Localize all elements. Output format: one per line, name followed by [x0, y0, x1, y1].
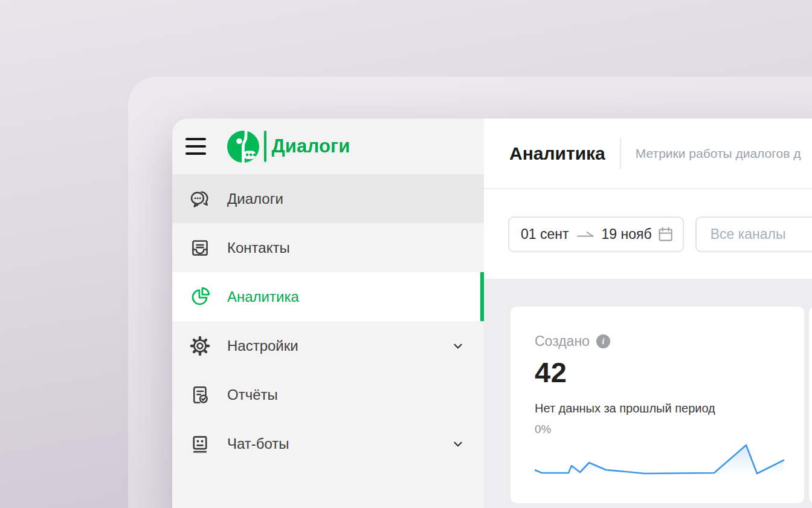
app-window: Диалоги Диалоги: [172, 119, 812, 508]
sidebar-item-contacts[interactable]: Контакты: [172, 223, 484, 272]
filters-bar: 01 сент 19 нояб Все каналы: [484, 189, 812, 279]
active-indicator: [480, 272, 484, 321]
logo-separator: [264, 131, 266, 162]
calendar-icon: [657, 226, 674, 243]
chevron-down-icon[interactable]: [451, 339, 465, 353]
date-end: 19 нояб: [602, 226, 652, 243]
title-divider: [620, 138, 621, 169]
page-subtitle: Метрики работы диалогов д: [636, 146, 801, 161]
chevron-down-icon[interactable]: [451, 437, 465, 451]
app-logo: Диалоги: [227, 131, 350, 163]
sidebar: Диалоги Диалоги: [172, 119, 484, 508]
chatbot-icon: [189, 433, 211, 455]
date-start: 01 сент: [521, 226, 569, 243]
page-header: Аналитика Метрики работы диалогов д: [484, 119, 812, 189]
reports-icon: [189, 384, 211, 406]
settings-gear-icon: [189, 335, 211, 357]
date-range-picker[interactable]: 01 сент 19 нояб: [508, 217, 684, 252]
sidebar-item-label: Отчёты: [227, 386, 278, 403]
sidebar-item-label: Чат-боты: [227, 435, 289, 452]
sidebar-item-chatbots[interactable]: Чат-боты: [172, 419, 484, 468]
sidebar-item-dialogs[interactable]: Диалоги: [172, 174, 484, 223]
channels-selected-value: Все каналы: [710, 226, 786, 243]
hamburger-menu-icon[interactable]: [185, 137, 206, 156]
page-title: Аналитика: [509, 143, 605, 164]
sidebar-header: Диалоги: [172, 119, 484, 174]
metric-label: Создано: [535, 333, 590, 350]
channels-select[interactable]: Все каналы: [695, 217, 812, 252]
megafon-logo-icon: [227, 131, 259, 163]
dashboard-content: Создано i 42 Нет данных за прошлый перио…: [484, 279, 812, 508]
sidebar-item-analytics[interactable]: Аналитика: [172, 272, 484, 321]
sidebar-item-settings[interactable]: Настройки: [172, 321, 484, 370]
contacts-icon: [189, 237, 211, 259]
metric-card-next: [809, 307, 812, 503]
arrow-right-icon: [576, 230, 594, 239]
metric-percent: 0%: [535, 423, 804, 436]
sidebar-item-label: Диалоги: [227, 190, 283, 207]
sidebar-item-label: Настройки: [227, 337, 298, 354]
main-area: Аналитика Метрики работы диалогов д 01 с…: [484, 119, 812, 508]
logo-product-name: Диалоги: [272, 135, 350, 157]
analytics-pie-icon: [189, 286, 211, 308]
sidebar-item-label: Контакты: [227, 239, 290, 256]
metric-card-created: Создано i 42 Нет данных за прошлый перио…: [511, 307, 804, 503]
metric-comparison-note: Нет данных за прошлый период: [535, 402, 804, 415]
sidebar-item-reports[interactable]: Отчёты: [172, 370, 484, 419]
metric-value: 42: [535, 356, 804, 389]
sidebar-item-label: Аналитика: [227, 288, 299, 305]
info-icon[interactable]: i: [596, 334, 610, 348]
dialogs-icon: [189, 188, 211, 210]
sparkline-chart: [535, 441, 785, 478]
